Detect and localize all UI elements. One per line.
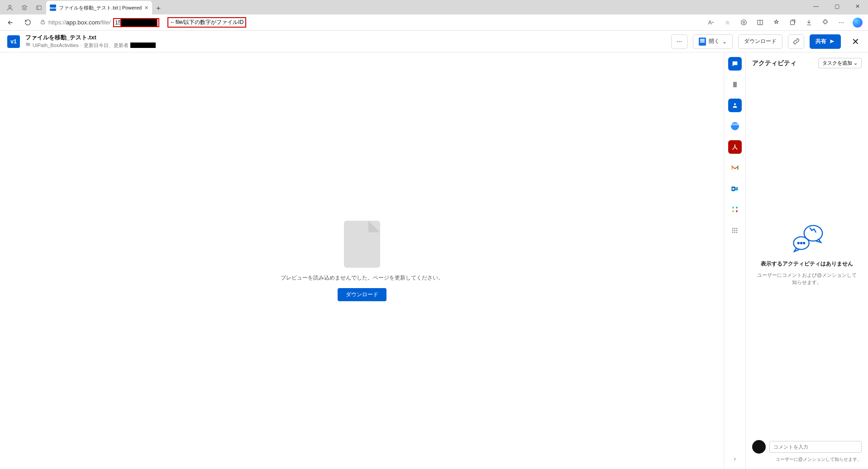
svg-rect-15 bbox=[734, 227, 735, 229]
docusign-app-icon[interactable] bbox=[728, 99, 742, 112]
tab-title: ファイルを移動_テスト.txt | Powered bbox=[59, 5, 142, 11]
lock-icon bbox=[40, 19, 46, 26]
empty-activity-subtitle: ユーザーにコメントおよび@メンションして知らせます。 bbox=[755, 271, 859, 286]
apps-grid-icon[interactable] bbox=[728, 223, 742, 237]
svg-point-5 bbox=[743, 22, 744, 24]
svg-rect-20 bbox=[732, 232, 734, 233]
file-placeholder-icon bbox=[344, 221, 380, 268]
svg-rect-9 bbox=[733, 82, 737, 87]
version-badge[interactable]: v1 bbox=[7, 35, 20, 48]
svg-rect-16 bbox=[736, 227, 738, 229]
browser-ext-icon[interactable] bbox=[817, 16, 833, 29]
nav-back-button[interactable] bbox=[3, 16, 18, 29]
copilot-icon[interactable] bbox=[850, 16, 865, 29]
favorite-icon[interactable]: ☆ bbox=[720, 16, 735, 29]
svg-point-27 bbox=[803, 242, 805, 244]
expand-rail-icon[interactable]: › bbox=[728, 452, 742, 465]
split-screen-icon[interactable] bbox=[752, 16, 768, 29]
preview-download-button[interactable]: ダウンロード bbox=[338, 288, 386, 301]
window-maximize[interactable]: ▢ bbox=[826, 0, 847, 13]
svg-point-25 bbox=[798, 242, 799, 244]
redacted-id-box: 15 bbox=[113, 18, 159, 27]
link-button[interactable] bbox=[788, 34, 804, 49]
tab-actions-icon[interactable] bbox=[32, 1, 46, 14]
preview-panel: プレビューを読み込めませんでした。ページを更新してください。 ダウンロード bbox=[0, 52, 724, 469]
preview-error-message: プレビューを読み込めませんでした。ページを更新してください。 bbox=[281, 274, 444, 282]
redacted-user bbox=[130, 43, 156, 48]
svg-point-10 bbox=[734, 103, 736, 105]
svg-rect-17 bbox=[732, 230, 734, 231]
doc-icon bbox=[699, 38, 706, 46]
svg-rect-1 bbox=[37, 6, 42, 9]
comment-hint: ユーザーに@メンションして知らせます。 bbox=[752, 456, 862, 463]
favorites-bar-icon[interactable] bbox=[768, 16, 784, 29]
svg-rect-21 bbox=[734, 232, 735, 233]
adobe-app-icon[interactable]: 人 bbox=[728, 140, 742, 154]
profile-icon[interactable] bbox=[3, 1, 17, 14]
slack-app-icon[interactable] bbox=[728, 203, 742, 216]
nav-refresh-button[interactable] bbox=[20, 16, 35, 29]
address-bar-row: https://app.box.com/file/ 15 ←file/以下の数字… bbox=[0, 14, 868, 31]
svg-rect-22 bbox=[736, 232, 738, 233]
gmail-app-icon[interactable] bbox=[728, 161, 742, 175]
empty-activity-icon bbox=[789, 223, 825, 256]
comment-input[interactable] bbox=[769, 441, 862, 453]
svg-point-4 bbox=[741, 20, 746, 25]
svg-rect-14 bbox=[732, 227, 734, 229]
collections-icon[interactable] bbox=[785, 16, 800, 29]
close-button[interactable]: ✕ bbox=[850, 36, 861, 47]
open-button[interactable]: 開く ⌄ bbox=[693, 34, 733, 49]
zoom-app-icon[interactable]: zoom bbox=[728, 119, 742, 133]
window-close[interactable]: ✕ bbox=[847, 0, 868, 13]
avatar bbox=[752, 440, 766, 454]
svg-point-0 bbox=[9, 5, 11, 8]
activity-tab-icon[interactable] bbox=[728, 57, 742, 71]
add-task-button[interactable]: タスクを追加 ⌄ bbox=[818, 58, 862, 68]
svg-rect-19 bbox=[736, 230, 738, 231]
annotation-label: ←file/以下の数字がファイルID bbox=[167, 17, 247, 28]
workspaces-icon[interactable] bbox=[17, 1, 32, 14]
downloads-icon[interactable] bbox=[801, 16, 816, 29]
chevron-down-icon: ⌄ bbox=[854, 60, 858, 66]
download-button[interactable]: ダウンロード bbox=[738, 34, 782, 49]
details-tab-icon[interactable] bbox=[728, 78, 742, 91]
tab-strip: box ファイルを移動_テスト.txt | Powered ✕ ＋ bbox=[0, 0, 868, 14]
svg-rect-8 bbox=[790, 21, 794, 25]
share-icon bbox=[829, 38, 835, 44]
activity-title: アクティビティ bbox=[752, 59, 796, 67]
svg-point-13 bbox=[732, 188, 734, 189]
empty-activity-title: 表示するアクティビティはありません bbox=[761, 260, 853, 268]
read-aloud-icon[interactable]: A» bbox=[703, 16, 719, 29]
folder-icon bbox=[25, 42, 31, 48]
activity-panel: アクティビティ タスクを追加 ⌄ 表示するアクティビティはありません ユーザーに… bbox=[746, 52, 868, 469]
svg-rect-12 bbox=[735, 187, 738, 190]
tab-close-icon[interactable]: ✕ bbox=[144, 5, 148, 11]
extensions-icon[interactable] bbox=[736, 16, 751, 29]
new-tab-button[interactable]: ＋ bbox=[152, 2, 165, 14]
more-icon[interactable]: ⋯ bbox=[834, 16, 849, 29]
more-options-button[interactable]: ⋯ bbox=[671, 34, 687, 49]
svg-rect-18 bbox=[734, 230, 735, 231]
share-button[interactable]: 共有 bbox=[810, 34, 841, 49]
file-header: v1 ファイルを移動_テスト.txt UiPath_BoxActivities … bbox=[0, 31, 868, 52]
window-minimize[interactable]: ― bbox=[806, 0, 826, 13]
browser-chrome: ― ▢ ✕ box ファイルを移動_テスト.txt | Powered ✕ ＋ bbox=[0, 0, 868, 31]
svg-point-26 bbox=[801, 242, 802, 244]
sidebar-rail: zoom 人 › bbox=[724, 52, 746, 469]
url-text: https://app.box.com/file/ bbox=[48, 19, 110, 26]
file-meta: UiPath_BoxActivities · 更新日今日、更新者 bbox=[25, 42, 156, 48]
outlook-app-icon[interactable] bbox=[728, 182, 742, 195]
browser-tab[interactable]: box ファイルを移動_テスト.txt | Powered ✕ bbox=[46, 1, 152, 14]
file-name: ファイルを移動_テスト.txt bbox=[25, 34, 156, 42]
box-favicon: box bbox=[50, 5, 56, 11]
chevron-down-icon: ⌄ bbox=[722, 38, 727, 45]
svg-rect-3 bbox=[41, 21, 45, 24]
address-bar[interactable]: https://app.box.com/file/ 15 ←file/以下の数字… bbox=[40, 17, 246, 28]
